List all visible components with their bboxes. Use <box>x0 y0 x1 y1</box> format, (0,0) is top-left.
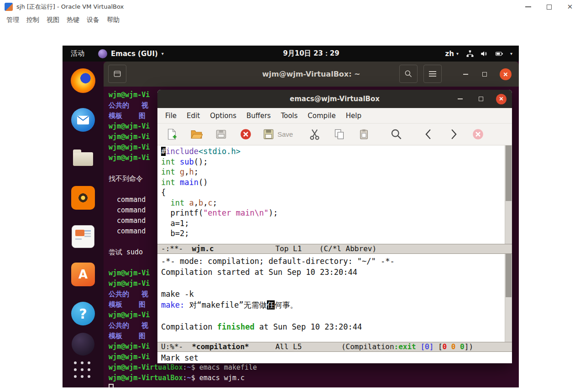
modeline-text: -:**- wjm.c Top L1 (C/*l Abbrev) <box>161 244 512 253</box>
compilation-line: -*- mode: compilation; default-directory… <box>161 256 505 267</box>
code-line: { <box>161 187 505 198</box>
terminal-line: wjm@wjm-VirtualBox:~$ emacs wjm.c <box>109 373 519 383</box>
show-applications-button[interactable] <box>70 358 96 383</box>
vbox-window-title: sjh [正在运行] - Oracle VM VirtualBox <box>16 3 124 11</box>
close-buffer-button[interactable] <box>238 127 253 142</box>
emacs-menu-item[interactable]: Help <box>341 112 366 120</box>
copy-button[interactable] <box>331 127 347 142</box>
vbox-titlebar[interactable]: sjh [正在运行] - Oracle VM VirtualBox ✕ <box>0 0 585 14</box>
minibuffer[interactable]: Mark set <box>157 352 512 363</box>
emacs-window-controls: ✕ <box>454 90 507 108</box>
dock: A ? <box>63 62 104 387</box>
dired-folder-button[interactable] <box>213 127 229 142</box>
code-scrollbar[interactable] <box>505 145 512 244</box>
code-buffer[interactable]: #include<stdio.h>int sub();int g,h;int m… <box>157 145 505 244</box>
dock-item-files[interactable] <box>70 146 96 172</box>
dock-item-background-app[interactable] <box>70 331 96 357</box>
firefox-icon <box>71 68 95 93</box>
emacs-menubar: FileEditOptionsBuffersToolsCompileHelp <box>157 108 512 124</box>
terminal-search-button[interactable] <box>399 65 418 83</box>
back-button[interactable] <box>421 127 436 142</box>
compilation-buffer[interactable]: -*- mode: compilation; default-directory… <box>157 254 505 342</box>
maximize-icon <box>547 5 552 10</box>
vbox-menu-item[interactable]: 设备 <box>83 16 103 24</box>
emacs-menu-item[interactable]: Buffers <box>241 112 276 120</box>
search-button[interactable] <box>388 127 404 142</box>
emacs-titlebar[interactable]: emacs@wjm-VirtualBox ✕ <box>157 90 512 108</box>
compilation-scrollbar[interactable] <box>505 254 512 342</box>
vbox-menu-item[interactable]: 视图 <box>43 16 63 24</box>
code-line: int main() <box>161 177 505 188</box>
emacs-menu-item[interactable]: Tools <box>276 112 303 120</box>
emacs-menu-item[interactable]: Options <box>205 112 241 120</box>
terminal-close-button[interactable]: ✕ <box>500 68 512 80</box>
minimize-icon <box>463 74 468 75</box>
activities-button[interactable]: 活动 <box>63 46 93 62</box>
emacs-menu-item[interactable]: Edit <box>182 112 205 120</box>
vbox-menu-item[interactable]: 热键 <box>63 16 83 24</box>
dock-item-ubuntu-software[interactable]: A <box>70 262 96 287</box>
code-line: printf("enter main\n"); <box>161 208 505 218</box>
app-menu-button[interactable]: Emacs (GUI) ▾ <box>93 49 169 58</box>
minibuffer-message: Mark set <box>161 353 198 362</box>
emacs-maximize-button[interactable] <box>475 93 487 105</box>
vbox-window-controls: ✕ <box>517 0 580 14</box>
virtualbox-app-icon <box>5 3 13 11</box>
code-line: int g,h; <box>161 167 505 177</box>
modeline-text: U:%*- *compilation* All L5 (Compilation:… <box>161 342 512 351</box>
forward-button[interactable] <box>445 127 461 142</box>
vbox-minimize-button[interactable] <box>517 0 538 14</box>
compilation-scrollbar-thumb[interactable] <box>506 254 512 297</box>
stop-button-disabled <box>470 127 486 142</box>
app-menu-label: Emacs (GUI) <box>111 50 158 58</box>
emacs-close-button[interactable]: ✕ <box>496 94 507 104</box>
terminal-maximize-button[interactable] <box>479 68 491 80</box>
cut-button[interactable] <box>307 127 322 142</box>
compilation-line: make: 对“makefile”无需做任何事。 <box>161 299 505 310</box>
dock-item-help[interactable]: ? <box>70 301 96 326</box>
emacs-menu-item[interactable]: File <box>160 112 182 120</box>
terminal-line <box>109 383 519 387</box>
vbox-close-button[interactable]: ✕ <box>559 0 580 14</box>
battery-icon <box>494 50 504 58</box>
gnome-topbar: 活动 Emacs (GUI) ▾ 9月10日 23：29 zh ▾ <box>63 46 519 62</box>
terminal-line: wjm@wjm-VirtualBox:~$ emacs makefile <box>109 362 519 373</box>
new-file-button[interactable] <box>164 127 179 142</box>
code-line: int a,b,c; <box>161 198 505 208</box>
compilation-line: make -k <box>161 289 505 299</box>
vbox-maximize-button[interactable] <box>538 0 559 14</box>
paste-button[interactable] <box>356 127 371 142</box>
terminal-menu-button[interactable] <box>423 65 442 83</box>
dock-item-rhythmbox[interactable] <box>70 185 96 211</box>
save-button[interactable]: Save <box>262 127 293 142</box>
emacs-minimize-button[interactable] <box>454 93 466 105</box>
input-language-button[interactable]: zh ▾ <box>445 50 459 58</box>
compilation-line <box>161 278 505 289</box>
code-scrollbar-thumb[interactable] <box>506 145 512 201</box>
emacs-menu-item[interactable]: Compile <box>303 112 340 120</box>
save-button-label: Save <box>277 130 293 138</box>
terminal-title: wjm@wjm-VirtualBox: ~ <box>104 62 519 87</box>
dock-item-thunderbird[interactable] <box>70 107 96 133</box>
compilation-line <box>161 310 505 321</box>
vbox-menu-item[interactable]: 帮助 <box>103 16 123 24</box>
media-player-icon <box>71 186 95 210</box>
terminal-new-tab-button[interactable] <box>108 65 126 83</box>
vbox-menu-item[interactable]: 控制 <box>23 16 43 24</box>
emacs-title: emacs@wjm-VirtualBox <box>290 95 380 103</box>
open-file-button[interactable] <box>188 127 204 142</box>
minimize-icon <box>525 6 531 7</box>
emacs-toolbar: Save <box>157 124 512 145</box>
maximize-icon <box>479 97 483 101</box>
vbox-menubar: 管理控制视图热键设备帮助 <box>0 14 585 26</box>
terminal-minimize-button[interactable] <box>460 68 471 80</box>
vbox-menu-item[interactable]: 管理 <box>3 16 23 24</box>
clock[interactable]: 9月10日 23：29 <box>283 49 339 58</box>
system-status-button[interactable]: ▾ <box>466 50 512 58</box>
dock-item-libreoffice-impress[interactable] <box>70 224 96 249</box>
terminal-titlebar[interactable]: wjm@wjm-VirtualBox: ~ ✕ <box>104 62 519 87</box>
dock-item-firefox[interactable] <box>70 68 96 93</box>
network-icon <box>466 50 474 58</box>
mail-icon <box>71 108 95 132</box>
impress-document-icon <box>72 225 94 248</box>
